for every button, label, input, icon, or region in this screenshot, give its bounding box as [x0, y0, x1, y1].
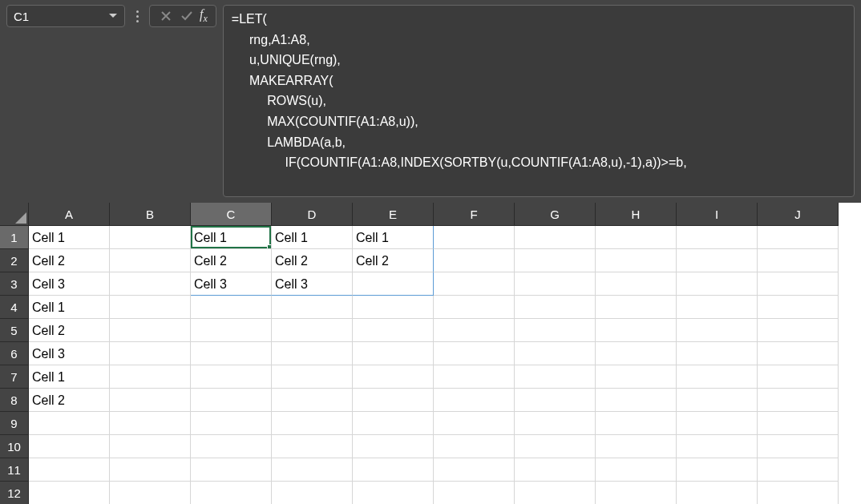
cell-F11[interactable]	[434, 458, 515, 482]
cell-B11[interactable]	[110, 458, 191, 482]
column-header-B[interactable]: B	[110, 203, 191, 226]
cell-I9[interactable]	[677, 412, 758, 435]
cell-C2[interactable]: Cell 2	[191, 249, 272, 272]
cell-B4[interactable]	[110, 296, 191, 319]
cell-E11[interactable]	[353, 458, 434, 482]
column-header-I[interactable]: I	[677, 203, 758, 226]
cell-E8[interactable]	[353, 389, 434, 412]
row-header-6[interactable]: 6	[0, 342, 29, 365]
cell-F10[interactable]	[434, 435, 515, 458]
cell-J6[interactable]	[758, 342, 839, 365]
cell-F8[interactable]	[434, 389, 515, 412]
cell-G1[interactable]	[515, 226, 596, 249]
cell-C3[interactable]: Cell 3	[191, 272, 272, 296]
cell-G5[interactable]	[515, 319, 596, 342]
cell-E2[interactable]: Cell 2	[353, 249, 434, 272]
column-header-D[interactable]: D	[272, 203, 353, 226]
cell-G9[interactable]	[515, 412, 596, 435]
cell-H5[interactable]	[596, 319, 677, 342]
column-header-E[interactable]: E	[353, 203, 434, 226]
cell-I3[interactable]	[677, 272, 758, 296]
cell-J12[interactable]	[758, 482, 839, 504]
cell-J8[interactable]	[758, 389, 839, 412]
column-header-C[interactable]: C	[191, 203, 272, 226]
cell-G11[interactable]	[515, 458, 596, 482]
cell-I10[interactable]	[677, 435, 758, 458]
cell-I11[interactable]	[677, 458, 758, 482]
cell-E12[interactable]	[353, 482, 434, 504]
cell-J3[interactable]	[758, 272, 839, 296]
cell-F5[interactable]	[434, 319, 515, 342]
cell-F1[interactable]	[434, 226, 515, 249]
cell-A7[interactable]: Cell 1	[29, 365, 110, 389]
column-header-A[interactable]: A	[29, 203, 110, 226]
column-header-G[interactable]: G	[515, 203, 596, 226]
cancel-formula-icon[interactable]	[158, 8, 174, 24]
column-header-J[interactable]: J	[758, 203, 839, 226]
cell-B7[interactable]	[110, 365, 191, 389]
cell-A10[interactable]	[29, 435, 110, 458]
row-header-8[interactable]: 8	[0, 389, 29, 412]
cell-J11[interactable]	[758, 458, 839, 482]
cell-D1[interactable]: Cell 1	[272, 226, 353, 249]
cell-D8[interactable]	[272, 389, 353, 412]
cell-I4[interactable]	[677, 296, 758, 319]
cell-A2[interactable]: Cell 2	[29, 249, 110, 272]
row-header-1[interactable]: 1	[0, 226, 29, 249]
cell-H4[interactable]	[596, 296, 677, 319]
cell-D11[interactable]	[272, 458, 353, 482]
cell-H1[interactable]	[596, 226, 677, 249]
cell-J10[interactable]	[758, 435, 839, 458]
drag-handle-icon[interactable]	[131, 5, 143, 27]
cell-H9[interactable]	[596, 412, 677, 435]
formula-input[interactable]: =LET( rng,A1:A8, u,UNIQUE(rng), MAKEARRA…	[223, 5, 855, 197]
cell-B9[interactable]	[110, 412, 191, 435]
row-header-2[interactable]: 2	[0, 249, 29, 272]
cell-G10[interactable]	[515, 435, 596, 458]
column-header-F[interactable]: F	[434, 203, 515, 226]
cell-C4[interactable]	[191, 296, 272, 319]
cell-B8[interactable]	[110, 389, 191, 412]
cell-E1[interactable]: Cell 1	[353, 226, 434, 249]
row-header-5[interactable]: 5	[0, 319, 29, 342]
cell-D6[interactable]	[272, 342, 353, 365]
cell-G2[interactable]	[515, 249, 596, 272]
row-header-3[interactable]: 3	[0, 272, 29, 296]
cell-A8[interactable]: Cell 2	[29, 389, 110, 412]
cell-H3[interactable]	[596, 272, 677, 296]
cell-D9[interactable]	[272, 412, 353, 435]
cell-I2[interactable]	[677, 249, 758, 272]
cell-B2[interactable]	[110, 249, 191, 272]
cell-D5[interactable]	[272, 319, 353, 342]
cell-H2[interactable]	[596, 249, 677, 272]
row-header-7[interactable]: 7	[0, 365, 29, 389]
cell-A11[interactable]	[29, 458, 110, 482]
cell-G8[interactable]	[515, 389, 596, 412]
cell-I1[interactable]	[677, 226, 758, 249]
cell-J5[interactable]	[758, 319, 839, 342]
cell-A5[interactable]: Cell 2	[29, 319, 110, 342]
cell-D7[interactable]	[272, 365, 353, 389]
cell-D3[interactable]: Cell 3	[272, 272, 353, 296]
cell-E5[interactable]	[353, 319, 434, 342]
cell-A4[interactable]: Cell 1	[29, 296, 110, 319]
select-all-corner[interactable]	[0, 203, 29, 226]
cell-D4[interactable]	[272, 296, 353, 319]
cell-B12[interactable]	[110, 482, 191, 504]
row-header-11[interactable]: 11	[0, 458, 29, 482]
cell-F2[interactable]	[434, 249, 515, 272]
cell-G6[interactable]	[515, 342, 596, 365]
cell-A6[interactable]: Cell 3	[29, 342, 110, 365]
cell-I5[interactable]	[677, 319, 758, 342]
row-header-10[interactable]: 10	[0, 435, 29, 458]
cell-F7[interactable]	[434, 365, 515, 389]
cell-A1[interactable]: Cell 1	[29, 226, 110, 249]
cell-E3[interactable]	[353, 272, 434, 296]
cell-B1[interactable]	[110, 226, 191, 249]
cell-G3[interactable]	[515, 272, 596, 296]
cell-H7[interactable]	[596, 365, 677, 389]
insert-function-icon[interactable]: fx	[200, 7, 208, 25]
cell-B6[interactable]	[110, 342, 191, 365]
cell-F4[interactable]	[434, 296, 515, 319]
cell-C9[interactable]	[191, 412, 272, 435]
